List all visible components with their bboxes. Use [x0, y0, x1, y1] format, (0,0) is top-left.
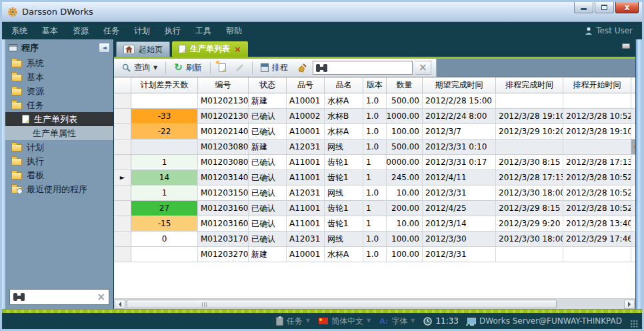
cell-qty: 10000.00: [387, 155, 423, 170]
minimize-button[interactable]: [574, 2, 593, 13]
flag-icon: [319, 318, 328, 324]
cell-item_name: 水杯A: [325, 247, 363, 262]
row-selector[interactable]: [114, 201, 131, 216]
table-row[interactable]: 0M012031701已确认A12031网线1.0100.002012/3/30…: [114, 232, 635, 247]
sidebar-item[interactable]: 基本: [5, 70, 113, 84]
cell-expected: 2012/3/7: [423, 124, 496, 139]
cell-version: 1.0: [363, 93, 387, 108]
title-bar: Darsson DWorks x: [2, 2, 642, 22]
pushpin-icon[interactable]: [622, 43, 630, 49]
sidebar-search-clear-icon[interactable]: ×: [97, 292, 105, 302]
column-header-expected[interactable]: 期望完成时间: [423, 77, 496, 93]
folder-icon: [11, 60, 22, 67]
refresh-button[interactable]: ↻ 刷新: [171, 61, 205, 75]
sidebar: 程序 ◄ 系统基本资源任务生产单列表生产单属性计划执行看板最近使用的程序 ×: [5, 39, 114, 309]
new-button[interactable]: *: [215, 62, 229, 73]
cell-status: 已确认: [249, 201, 287, 216]
menu-item-3[interactable]: 任务: [103, 25, 119, 37]
menu-item-2[interactable]: 资源: [73, 25, 89, 37]
column-header-item_no[interactable]: 品号: [287, 77, 325, 93]
row-selector[interactable]: [114, 155, 131, 170]
resize-grip[interactable]: [631, 320, 638, 328]
cell-version: 1.0: [363, 109, 387, 123]
tab-close-icon[interactable]: ×: [234, 45, 241, 53]
table-row[interactable]: 1M012030802已确认A11001齿轮1110000.002012/3/3…: [114, 155, 635, 170]
sidebar-item[interactable]: 资源: [5, 84, 113, 98]
scroll-right-button[interactable]: [624, 300, 635, 309]
row-selector[interactable]: [114, 216, 131, 231]
menu-item-1[interactable]: 基本: [42, 25, 58, 37]
column-header-code[interactable]: 编号: [198, 77, 249, 93]
task-label: 任务: [287, 316, 303, 327]
sidebar-item[interactable]: 计划: [5, 140, 113, 154]
clean-button[interactable]: [294, 62, 310, 74]
menu-item-6[interactable]: 工具: [195, 25, 211, 37]
column-header-sched_start[interactable]: 排程开始时间: [563, 77, 631, 93]
table-row[interactable]: -22M012021401已确认A10001水杯A1.0100.002012/3…: [114, 124, 635, 139]
table-row[interactable]: ►14M012031402已确认A11001齿轮11245.002012/4/1…: [114, 170, 635, 186]
column-header-sched_end[interactable]: 排程完成时间: [496, 77, 563, 93]
toolbar-search-clear-button[interactable]: ×: [415, 61, 431, 75]
column-header-qty[interactable]: 数量: [387, 77, 423, 93]
table-row[interactable]: M012021301新建A10001水杯A1.0500.002012/2/28 …: [114, 93, 635, 109]
toolbar-separator: [210, 62, 211, 74]
cell-qty: 100.00: [387, 232, 423, 246]
sidebar-search-input[interactable]: [29, 292, 93, 302]
font-menu[interactable]: A: 字体 ▼: [379, 316, 415, 327]
close-button[interactable]: x: [615, 2, 639, 13]
cell-version: 1.0: [363, 247, 387, 262]
sidebar-item[interactable]: 执行: [5, 154, 113, 168]
menu-item-5[interactable]: 执行: [165, 25, 181, 37]
sidebar-item[interactable]: 最近使用的程序: [5, 182, 113, 196]
sidebar-item[interactable]: 任务: [5, 98, 113, 112]
home-icon: [123, 45, 135, 54]
scrollbar-thumb[interactable]: [127, 300, 557, 308]
row-selector[interactable]: [114, 124, 131, 139]
column-header-status[interactable]: 状态: [249, 77, 287, 93]
user-info[interactable]: Test User: [585, 26, 633, 35]
cell-item_no: A11001: [287, 170, 325, 185]
menu-item-0[interactable]: 系统: [11, 25, 27, 37]
column-header-diff[interactable]: 计划差异天数: [131, 77, 198, 93]
sidebar-item[interactable]: 生产单列表: [5, 112, 113, 126]
table-row[interactable]: 27M012031601已确认A11001齿轮11200.002012/4/25…: [114, 201, 635, 216]
table-row[interactable]: M012030801新建A12031网线1.0500.002012/3/31 0…: [114, 139, 635, 155]
table-row[interactable]: -33M012021302已确认A10002水杯B1.01000.002012/…: [114, 109, 635, 124]
horizontal-scrollbar[interactable]: [114, 298, 635, 309]
sidebar-item[interactable]: 生产单属性: [5, 126, 113, 140]
sidebar-item[interactable]: 系统: [5, 56, 113, 70]
table-row[interactable]: -15M012031602已确认A11001齿轮1110.002012/3/14…: [114, 216, 635, 232]
cell-code: M012031402: [198, 170, 249, 185]
task-menu[interactable]: 任务 ▼: [276, 316, 310, 327]
menu-item-4[interactable]: 计划: [134, 25, 150, 37]
row-selector[interactable]: [114, 93, 131, 108]
cell-item_no: A10001: [287, 93, 325, 108]
menu-item-7[interactable]: 帮助: [226, 25, 242, 37]
chevron-down-icon: ▼: [306, 318, 310, 324]
table-row[interactable]: M012032701新建A10001水杯A1.0100.002012/3/31: [114, 247, 635, 262]
row-selector[interactable]: [114, 232, 131, 246]
row-selector[interactable]: [114, 139, 131, 154]
query-button[interactable]: 查询 ▼: [119, 61, 161, 75]
scroll-left-button[interactable]: [115, 300, 125, 309]
status-time: 11:33: [435, 316, 459, 326]
toolbar-separator: [252, 62, 253, 74]
tab-start-page[interactable]: 起始页: [116, 41, 170, 57]
menu-bar: 系统基本资源任务计划执行工具帮助 Test User: [2, 22, 642, 39]
sidebar-item[interactable]: 看板: [5, 168, 113, 182]
table-row[interactable]: 1M012031501已确认A12031网线1.010.002012/3/312…: [114, 186, 635, 201]
edit-button[interactable]: [232, 65, 247, 70]
toolbar-search-input[interactable]: [331, 63, 409, 73]
row-selector[interactable]: [114, 247, 131, 262]
column-header-item_name[interactable]: 品名: [325, 77, 363, 93]
row-selector[interactable]: [114, 109, 131, 123]
schedule-button[interactable]: 排程: [257, 61, 291, 75]
column-header-version[interactable]: 版本: [363, 77, 387, 93]
cell-sched_start: 2012/3/28 17:13: [563, 155, 631, 170]
language-menu[interactable]: 简体中文 ▼: [319, 316, 371, 327]
tab-production-order-list[interactable]: 生产单列表 ×: [172, 41, 248, 57]
row-selector[interactable]: ►: [114, 170, 131, 185]
row-selector[interactable]: [114, 186, 131, 200]
sidebar-collapse-button[interactable]: ◄: [99, 43, 110, 53]
restore-button[interactable]: [595, 2, 614, 13]
